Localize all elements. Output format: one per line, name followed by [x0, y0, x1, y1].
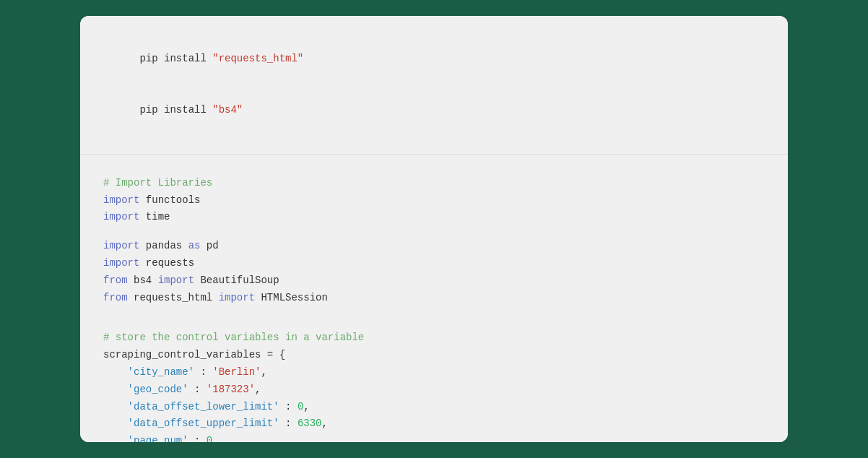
code-string: '187323'	[207, 384, 255, 395]
code-keyword: import	[103, 240, 139, 251]
code-line: from bs4 import BeautifulSoup	[103, 272, 765, 290]
code-text: functools	[139, 194, 200, 206]
code-line: import time	[103, 209, 765, 226]
code-number: 6330	[298, 418, 322, 429]
code-text: scraping_control_variables = {	[103, 349, 285, 360]
main-container: pip install "requests_html" pip install …	[80, 16, 788, 442]
code-keyword: import	[158, 275, 194, 286]
code-text	[103, 366, 128, 378]
code-line: import pandas as pd	[103, 238, 765, 255]
code-text: pip install	[139, 53, 212, 64]
code-number: 0	[207, 435, 212, 442]
code-line: import requests	[103, 255, 765, 272]
code-keyword: import	[219, 292, 255, 303]
code-line: 'city_name' : 'Berlin',	[103, 364, 765, 381]
code-keyword: from	[103, 292, 128, 303]
code-text	[103, 418, 128, 429]
code-line: # store the control variables in a varia…	[103, 329, 765, 347]
code-line: from requests_html import HTMLSession	[103, 290, 765, 307]
code-text: bs4	[128, 275, 158, 286]
code-text: ,	[255, 384, 261, 395]
code-comment: # store the control variables in a varia…	[103, 332, 364, 343]
code-string: "bs4"	[212, 104, 243, 116]
code-text: ,	[303, 401, 309, 412]
code-keyword: import	[103, 194, 139, 206]
code-text: :	[279, 418, 298, 429]
code-key: 'geo_code'	[128, 384, 188, 395]
code-text: HTMLSession	[255, 292, 328, 303]
code-text: BeautifulSoup	[194, 275, 279, 286]
code-text	[103, 401, 128, 412]
code-line: pip install "requests_html"	[103, 33, 765, 85]
code-comment: # Import Libraries	[103, 177, 212, 189]
code-text: :	[188, 384, 207, 395]
code-keyword: import	[103, 211, 139, 222]
code-line: 'data_offset_upper_limit' : 6330,	[103, 415, 765, 433]
code-line: 'data_offset_lower_limit' : 0,	[103, 399, 765, 416]
code-keyword: as	[188, 240, 201, 251]
code-keyword: import	[103, 257, 139, 269]
code-text: requests_html	[128, 292, 219, 303]
code-line: # Import Libraries	[103, 175, 765, 192]
code-key: 'city_name'	[128, 366, 194, 378]
code-block-1: pip install "requests_html" pip install …	[80, 16, 788, 155]
code-line: scraping_control_variables = {	[103, 347, 765, 364]
code-text: pandas	[139, 240, 188, 251]
code-text: :	[188, 435, 207, 442]
code-line: 'geo_code' : '187323',	[103, 381, 765, 399]
code-text	[103, 384, 128, 395]
code-keyword: from	[103, 275, 128, 286]
code-text: pd	[200, 240, 218, 251]
code-text	[103, 435, 128, 442]
code-text: :	[194, 366, 212, 378]
code-text: time	[139, 211, 170, 222]
code-text: ,	[321, 418, 327, 429]
spacer	[103, 318, 765, 329]
code-key: 'data_offset_lower_limit'	[128, 401, 279, 412]
code-text: requests	[139, 257, 194, 269]
code-text: ,	[261, 366, 266, 378]
code-line: pip install "bs4"	[103, 85, 765, 136]
code-line: import functools	[103, 192, 765, 209]
code-line: 'page_num' : 0,	[103, 433, 765, 442]
code-text: ,	[212, 435, 218, 442]
code-text: :	[279, 401, 298, 412]
code-block-2: # Import Libraries import functools impo…	[80, 155, 788, 442]
code-string: "requests_html"	[212, 53, 303, 64]
code-text: pip install	[139, 104, 212, 116]
code-key: 'data_offset_upper_limit'	[128, 418, 279, 429]
code-key: 'page_num'	[128, 435, 188, 442]
code-string: 'Berlin'	[212, 366, 261, 378]
spacer	[103, 306, 765, 318]
spacer	[103, 226, 765, 238]
